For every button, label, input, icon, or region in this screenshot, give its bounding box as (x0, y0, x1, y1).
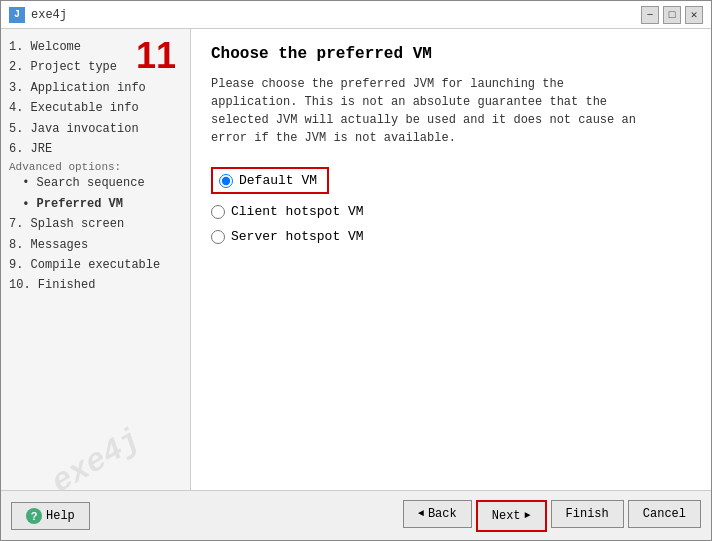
close-button[interactable]: ✕ (685, 6, 703, 24)
cancel-button[interactable]: Cancel (628, 500, 701, 528)
next-button-wrapper: Next ► (476, 500, 547, 532)
sidebar: 11 1. Welcome 2. Project type 3. Applica… (1, 29, 191, 490)
sidebar-item-jre[interactable]: 6. JRE (7, 139, 184, 159)
footer: ? Help ◄ Back Next ► Finish Cancel (1, 490, 711, 540)
sidebar-item-application-info[interactable]: 3. Application info (7, 78, 184, 98)
content-title: Choose the preferred VM (211, 45, 691, 63)
back-label: Back (428, 507, 457, 521)
title-bar: J exe4j − □ ✕ (1, 1, 711, 29)
radio-default-vm[interactable] (219, 174, 233, 188)
title-controls: − □ ✕ (641, 6, 703, 24)
sidebar-item-splash-screen[interactable]: 7. Splash screen (7, 214, 184, 234)
radio-default-vm-label: Default VM (239, 173, 317, 188)
finish-button[interactable]: Finish (551, 500, 624, 528)
radio-option-server-hotspot[interactable]: Server hotspot VM (211, 229, 691, 244)
radio-client-hotspot-label: Client hotspot VM (231, 204, 364, 219)
next-button[interactable]: Next ► (478, 502, 545, 530)
next-arrow-icon: ► (525, 510, 531, 521)
content-description: Please choose the preferred JVM for laun… (211, 75, 651, 147)
radio-option-default-vm[interactable]: Default VM (211, 167, 691, 194)
advanced-options-label: Advanced options: (7, 161, 184, 173)
radio-option-client-hotspot[interactable]: Client hotspot VM (211, 204, 691, 219)
default-vm-wrapper: Default VM (211, 167, 329, 194)
cancel-label: Cancel (643, 507, 686, 521)
help-label: Help (46, 509, 75, 523)
sidebar-item-messages[interactable]: 8. Messages (7, 235, 184, 255)
back-arrow-icon: ◄ (418, 508, 424, 519)
sidebar-item-finished[interactable]: 10. Finished (7, 275, 184, 295)
sidebar-item-executable-info[interactable]: 4. Executable info (7, 98, 184, 118)
window-title: exe4j (31, 8, 67, 22)
step-number: 11 (136, 35, 176, 77)
maximize-button[interactable]: □ (663, 6, 681, 24)
main-content-area: 11 1. Welcome 2. Project type 3. Applica… (1, 29, 711, 490)
help-button[interactable]: ? Help (11, 502, 90, 530)
main-window: J exe4j − □ ✕ 11 1. Welcome 2. Project t… (0, 0, 712, 541)
content-area: Choose the preferred VM Please choose th… (191, 29, 711, 490)
sidebar-item-compile-executable[interactable]: 9. Compile executable (7, 255, 184, 275)
sidebar-sub-search-sequence[interactable]: • Search sequence (7, 173, 184, 193)
title-bar-left: J exe4j (9, 7, 67, 23)
sidebar-item-java-invocation[interactable]: 5. Java invocation (7, 119, 184, 139)
footer-left: ? Help (11, 502, 90, 530)
minimize-button[interactable]: − (641, 6, 659, 24)
app-icon: J (9, 7, 25, 23)
watermark: exe4j (45, 421, 147, 490)
next-label: Next (492, 509, 521, 523)
radio-server-hotspot-label: Server hotspot VM (231, 229, 364, 244)
sidebar-sub-preferred-vm[interactable]: • Preferred VM (7, 194, 184, 214)
finish-label: Finish (566, 507, 609, 521)
help-icon: ? (26, 508, 42, 524)
footer-right: ◄ Back Next ► Finish Cancel (403, 500, 701, 532)
vm-radio-group: Default VM Client hotspot VM Server hots… (211, 167, 691, 244)
back-button[interactable]: ◄ Back (403, 500, 472, 528)
radio-client-hotspot[interactable] (211, 205, 225, 219)
radio-server-hotspot[interactable] (211, 230, 225, 244)
